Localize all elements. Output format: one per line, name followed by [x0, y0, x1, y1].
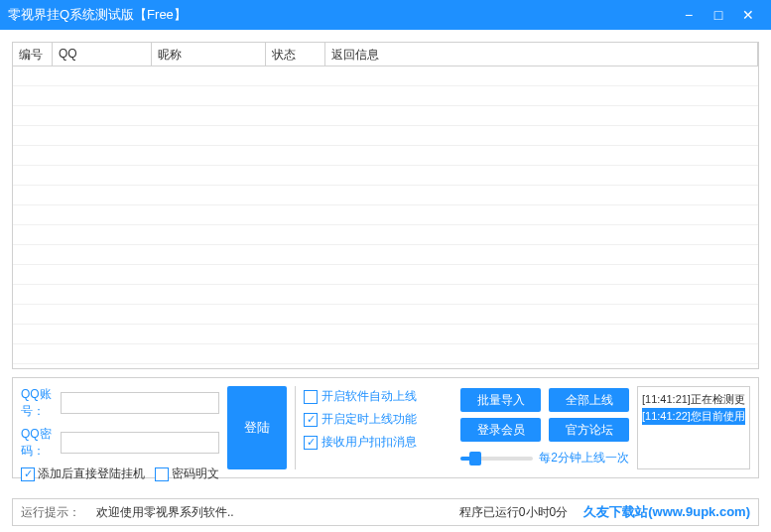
- minimize-button[interactable]: −: [674, 5, 704, 25]
- checkbox-icon: [21, 467, 35, 481]
- all-online-button[interactable]: 全部上线: [549, 388, 629, 412]
- watermark: 久友下载站(www.9upk.com): [583, 503, 750, 521]
- account-input[interactable]: [61, 392, 219, 414]
- checkbox-icon: [304, 413, 318, 427]
- log-line[interactable]: [11:41:22]您目前使用的是最新版: [642, 408, 745, 425]
- official-forum-button[interactable]: 官方论坛: [549, 418, 629, 442]
- table-body[interactable]: [13, 66, 758, 368]
- opt-timed-online[interactable]: 开启定时上线功能: [304, 411, 452, 428]
- actions-box: 批量导入 全部上线 登录会员 官方论坛 每2分钟上线一次: [460, 386, 629, 469]
- divider: [295, 386, 296, 469]
- col-qq[interactable]: QQ: [53, 43, 152, 66]
- checkbox-icon: [304, 390, 318, 404]
- login-button[interactable]: 登陆: [227, 386, 287, 469]
- status-message: 欢迎使用零视界系列软件..: [96, 504, 444, 521]
- statusbar: 运行提示： 欢迎使用零视界系列软件.. 程序已运行0小时0分 久友下载站(www…: [12, 498, 759, 526]
- slider-label: 每2分钟上线一次: [539, 450, 629, 466]
- opt-auto-online[interactable]: 开启软件自动上线: [304, 388, 452, 405]
- password-label: QQ密码：: [21, 426, 57, 460]
- log-line: [11:41:21]正在检测更新: [642, 391, 745, 408]
- batch-import-button[interactable]: 批量导入: [460, 388, 541, 412]
- close-button[interactable]: ✕: [733, 5, 763, 25]
- col-num[interactable]: 编号: [13, 43, 53, 66]
- maximize-button[interactable]: □: [704, 5, 733, 25]
- data-table: 编号 QQ 昵称 状态 返回信息: [12, 42, 759, 369]
- status-label: 运行提示：: [21, 504, 80, 521]
- col-nick[interactable]: 昵称: [152, 43, 266, 66]
- log-box: [11:41:21]正在检测更新 [11:41:22]您目前使用的是最新版: [637, 386, 750, 469]
- checkbox-icon: [155, 467, 169, 481]
- password-input[interactable]: [61, 432, 219, 454]
- login-member-button[interactable]: 登录会员: [460, 418, 541, 442]
- opt-receive-msg[interactable]: 接收用户扣扣消息: [304, 434, 452, 451]
- check-show-password[interactable]: 密码明文: [155, 466, 219, 482]
- table-header: 编号 QQ 昵称 状态 返回信息: [13, 43, 758, 66]
- runtime-text: 程序已运行0小时0分: [459, 504, 568, 521]
- login-box: QQ账号： QQ密码： 添加后直接登陆挂机 密码明文: [21, 386, 219, 469]
- main-panel: 编号 QQ 昵称 状态 返回信息 QQ账号： QQ密码： 添加后直接登陆挂机: [0, 30, 771, 490]
- col-status[interactable]: 状态: [266, 43, 325, 66]
- interval-slider[interactable]: [460, 452, 533, 466]
- check-auto-login[interactable]: 添加后直接登陆挂机: [21, 466, 145, 482]
- slider-thumb[interactable]: [469, 452, 481, 466]
- col-info[interactable]: 返回信息: [325, 43, 758, 66]
- titlebar: 零视界挂Q系统测试版【Free】 − □ ✕: [0, 0, 771, 30]
- controls-panel: QQ账号： QQ密码： 添加后直接登陆挂机 密码明文 登陆: [12, 377, 759, 478]
- account-label: QQ账号：: [21, 386, 57, 420]
- window-title: 零视界挂Q系统测试版【Free】: [8, 6, 674, 24]
- options-box: 开启软件自动上线 开启定时上线功能 接收用户扣扣消息: [304, 386, 452, 469]
- checkbox-icon: [304, 436, 318, 450]
